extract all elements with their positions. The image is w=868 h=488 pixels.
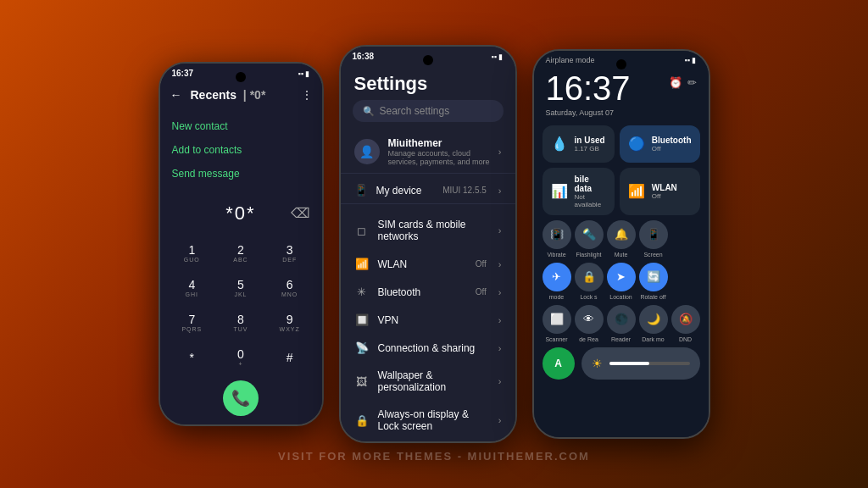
aod-chevron: › [498, 415, 502, 425]
recents-header: ← Recents | *0* ⋮ [160, 81, 322, 108]
data-status: Not available [575, 193, 606, 208]
send-message-action[interactable]: Send message [172, 163, 310, 185]
delete-button[interactable]: ⌫ [291, 205, 310, 221]
account-name: Miuithemer [388, 137, 490, 149]
numpad-key-1[interactable]: 1GUO [170, 238, 214, 268]
cc-btn-darkmode[interactable]: 🌙 Dark mo [639, 305, 668, 342]
cc-quick-row1: 📳 Vibrate 🔦 Flashlight 🔔 Mute 📱 Screen [534, 220, 709, 258]
recents-menu[interactable]: ⋮ [302, 89, 312, 101]
call-button-row: 📞 [160, 380, 322, 424]
cc-tile-wlan[interactable]: 📶 WLAN Off [620, 168, 700, 215]
settings-item-wallpaper[interactable]: 🖼 Wallpaper & personalization › [341, 362, 515, 401]
device-version: MIUI 12.5.5 [442, 186, 487, 195]
wlan-cc-icon: 📶 [628, 183, 645, 199]
edit-icon[interactable]: ✏ [687, 76, 697, 89]
phones-container: 16:37 ▪▪ ▮ ← Recents | *0* ⋮ New contact… [159, 45, 710, 443]
new-contact-action[interactable]: New contact [172, 115, 310, 137]
lock-icon: 🔒 [582, 270, 596, 283]
dark-reader-icon: 🌑 [615, 313, 628, 325]
cc-btn-lockscreen[interactable]: 🔒 Lock s [575, 263, 604, 300]
cc-btn-dnd[interactable]: 🔕 DND [671, 305, 700, 342]
device-row[interactable]: 📱 My device MIUI 12.5.5 › [341, 177, 515, 204]
back-arrow[interactable]: ← [170, 88, 182, 102]
wallpaper-chevron: › [498, 376, 502, 386]
numpad-key-9[interactable]: 9WXYZ [268, 308, 312, 337]
connection-chevron: › [498, 343, 502, 353]
search-bar[interactable]: 🔍 Search settings [353, 100, 504, 122]
settings-item-vpn[interactable]: 🔲 VPN › [341, 306, 515, 334]
vibrate-icon: 📳 [550, 228, 564, 241]
cc-tile-bluetooth[interactable]: 🔵 Bluetooth Off [620, 125, 700, 163]
dnd-icon: 🔕 [679, 313, 693, 325]
punch-hole-2 [423, 55, 433, 65]
numpad-key-3[interactable]: 3DEF [268, 238, 312, 268]
phone-2: 16:38 ▪▪ ▮ Settings 🔍 Search settings 👤 … [339, 45, 517, 443]
wlan-icon: 📶 [354, 258, 370, 270]
dialer-display: *0* ⌫ [160, 191, 322, 235]
cc-tile-mobiledata[interactable]: 📊 bile data Not available [542, 168, 615, 215]
darkmode-icon: 🌙 [647, 313, 660, 325]
numpad-key-hash[interactable]: # [268, 342, 312, 372]
cc-quick-row2: ✈ mode 🔒 Lock s ➤ Location 🔄 Rotate off [534, 263, 709, 300]
clock-area: 16:37 Saturday, August 07 ⏰ ✏ [534, 66, 709, 125]
cc-accessibility-btn[interactable]: A [542, 347, 575, 380]
cc-btn-flashlight[interactable]: 🔦 Flashlight [575, 220, 604, 258]
settings-item-aod[interactable]: 🔒 Always-on display & Lock screen › [341, 401, 515, 440]
connection-icon: 📡 [354, 341, 370, 354]
call-button[interactable]: 📞 [223, 380, 259, 416]
cc-tile-storage[interactable]: 💧 in Used 1.17 GB [542, 125, 615, 163]
cc-btn-location[interactable]: ➤ Location [607, 263, 636, 300]
numpad-key-0[interactable]: 0+ [219, 342, 263, 372]
punch-hole-3 [616, 59, 626, 69]
brightness-fill [609, 362, 650, 365]
numpad-key-6[interactable]: 6MNO [268, 273, 312, 302]
account-desc: Manage accounts, cloud services, payment… [388, 149, 490, 166]
brightness-track [609, 362, 690, 365]
cc-btn-reader2[interactable]: 🌑 Reader [607, 305, 636, 342]
chevron-icon: › [498, 147, 502, 157]
cc-status-icons: ▪▪ ▮ [685, 56, 697, 64]
settings-item-bluetooth[interactable]: ✳ Bluetooth Off › [341, 278, 515, 306]
sim-label: SIM cards & mobile networks [378, 219, 490, 242]
dialer-number: *0* [225, 202, 255, 225]
add-to-contacts-action[interactable]: Add to contacts [172, 139, 310, 161]
cc-tiles-grid: 💧 in Used 1.17 GB 🔵 Bluetooth Off 📊 [534, 125, 709, 215]
account-row[interactable]: 👤 Miuithemer Manage accounts, cloud serv… [341, 130, 515, 174]
bt-label: Bluetooth [652, 136, 692, 145]
numpad-key-2[interactable]: 2ABC [219, 238, 263, 268]
bt-icon: 🔵 [628, 136, 645, 152]
sim-icon: ◻ [354, 225, 370, 237]
numpad-key-5[interactable]: 5JKL [219, 273, 263, 302]
bluetooth-chevron: › [498, 287, 502, 297]
settings-item-sim[interactable]: ◻ SIM cards & mobile networks › [341, 211, 515, 250]
numpad-key-star[interactable]: * [170, 342, 214, 372]
numpad-key-4[interactable]: 4GHI [170, 273, 214, 302]
screen-icon: 📱 [647, 228, 660, 241]
storage-value: in Used [575, 136, 606, 145]
cc-btn-mute[interactable]: 🔔 Mute [607, 220, 636, 258]
cc-btn-reader[interactable]: 👁 de Rea [575, 305, 604, 342]
cc-btn-screen[interactable]: 📱 Screen [639, 220, 668, 258]
numpad-key-8[interactable]: 8TUV [219, 308, 263, 337]
cc-btn-vibrate[interactable]: 📳 Vibrate [542, 220, 571, 258]
settings-item-wlan[interactable]: 📶 WLAN Off › [341, 250, 515, 278]
alarm-icon[interactable]: ⏰ [669, 76, 682, 89]
status-time-1: 16:37 [172, 69, 194, 78]
cc-btn-scanner[interactable]: ⬜ Scanner [542, 305, 571, 342]
settings-item-connection[interactable]: 📡 Connection & sharing › [341, 334, 515, 362]
brightness-slider[interactable]: ☀ [581, 347, 700, 380]
big-clock: 16:37 [546, 69, 631, 108]
device-icon: 📱 [354, 184, 368, 197]
bt-status: Off [652, 145, 692, 152]
wallpaper-label: Wallpaper & personalization [378, 369, 490, 393]
rotate-icon: 🔄 [647, 270, 660, 283]
vpn-icon: 🔲 [354, 313, 370, 326]
settings-title: Settings [341, 64, 515, 100]
numpad-key-7[interactable]: 7PQRS [170, 308, 214, 337]
bluetooth-value: Off [476, 287, 487, 297]
cc-btn-airplane[interactable]: ✈ mode [542, 263, 571, 300]
cc-btn-rotate[interactable]: 🔄 Rotate off [639, 263, 668, 300]
date-info: Saturday, August 07 [546, 108, 631, 119]
account-info: Miuithemer Manage accounts, cloud servic… [388, 137, 490, 166]
airplane-icon: ✈ [552, 270, 561, 283]
